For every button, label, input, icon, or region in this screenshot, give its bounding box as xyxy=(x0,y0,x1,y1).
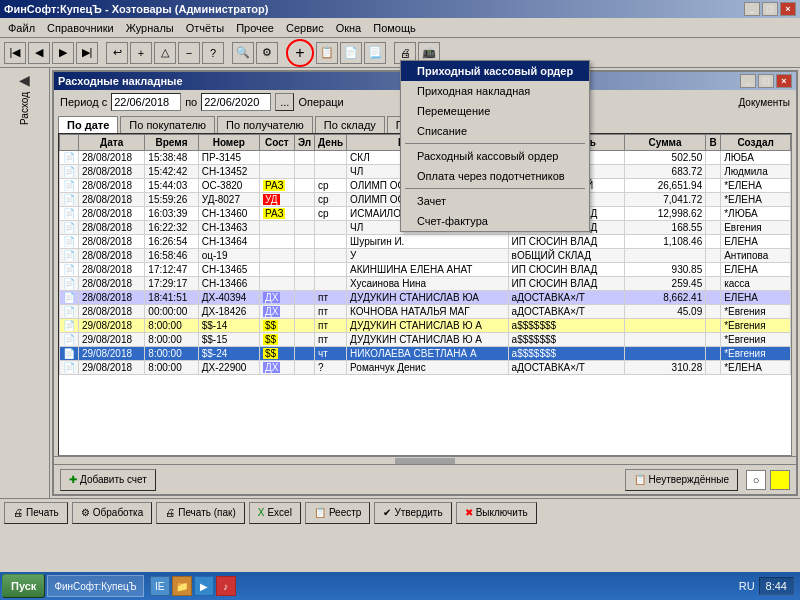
col-number[interactable]: Номер xyxy=(198,135,259,151)
menu-windows[interactable]: Окна xyxy=(330,20,368,36)
row-sost: ДХ xyxy=(259,291,294,305)
start-button[interactable]: Пуск xyxy=(2,574,45,598)
search-btn[interactable]: 🔍 xyxy=(232,42,254,64)
shutdown-btn[interactable]: ✖ Выключить xyxy=(456,502,537,524)
inner-close[interactable]: × xyxy=(776,74,792,88)
nav-next-btn[interactable]: ▶ xyxy=(52,42,74,64)
col-el[interactable]: Эл xyxy=(294,135,314,151)
row-sost: РАЗ xyxy=(259,207,294,221)
table-row[interactable]: 📄28/08/201800:00:00ДХ-18426ДХптКОЧНОВА Н… xyxy=(60,305,791,319)
process-icon: ⚙ xyxy=(81,507,90,518)
taskbar-icon-1[interactable]: IE xyxy=(150,576,170,596)
dropdown-item-1[interactable]: Приходная накладная xyxy=(401,81,589,101)
dropdown-item-3[interactable]: Списание xyxy=(401,121,589,141)
dropdown-item-6[interactable]: Зачет xyxy=(401,191,589,211)
table-row[interactable]: 📄28/08/201818:41:51ДХ-40394ДХптДУДУКИН С… xyxy=(60,291,791,305)
new-doc-btn[interactable]: + xyxy=(286,39,314,67)
col-created[interactable]: Создал xyxy=(721,135,791,151)
maximize-btn[interactable]: □ xyxy=(762,2,778,16)
nav-first-btn[interactable]: |◀ xyxy=(4,42,26,64)
menu-other[interactable]: Прочее xyxy=(230,20,280,36)
table-row[interactable]: 📄28/08/201817:12:47СН-13465АКИНШИНА ЕЛЕН… xyxy=(60,263,791,277)
filter-btn[interactable]: ⚙ xyxy=(256,42,278,64)
period-to-label: по xyxy=(185,96,197,108)
print-status-btn[interactable]: 🖨 Печать xyxy=(4,502,68,524)
add-account-btn[interactable]: ✚ Добавить счет xyxy=(60,469,156,491)
taskbar-right: RU 8:44 xyxy=(739,577,798,595)
copy-btn[interactable]: 📄 xyxy=(340,42,362,64)
edit-btn[interactable]: △ xyxy=(154,42,176,64)
unconfirmed-btn[interactable]: 📋 Неутверждённые xyxy=(625,469,738,491)
undo-btn[interactable]: ↩ xyxy=(106,42,128,64)
delete-btn[interactable]: − xyxy=(178,42,200,64)
row-sost: ДХ xyxy=(259,305,294,319)
menu-journals[interactable]: Журналы xyxy=(120,20,180,36)
indicator-yellow xyxy=(770,470,790,490)
col-sum[interactable]: Сумма xyxy=(624,135,705,151)
dropdown-item-2[interactable]: Перемещение xyxy=(401,101,589,121)
period-select-btn[interactable]: ... xyxy=(275,93,294,111)
add-btn[interactable]: + xyxy=(130,42,152,64)
dropdown-item-0[interactable]: Приходный кассовый ордер xyxy=(401,61,589,81)
doc-type-btn[interactable]: 📋 xyxy=(316,42,338,64)
confirm-icon: ✔ xyxy=(383,507,391,518)
tab-buyer[interactable]: По покупателю xyxy=(120,116,215,133)
table-row[interactable]: 📄29/08/20188:00:00$$-14$$птДУДУКИН СТАНИ… xyxy=(60,319,791,333)
table-row[interactable]: 📄28/08/201816:26:54СН-13464Шурыгин И.ИП … xyxy=(60,235,791,249)
menu-file[interactable]: Файл xyxy=(2,20,41,36)
dropdown-item-5[interactable]: Оплата через подотчетников xyxy=(401,166,589,186)
registry-icon: 📋 xyxy=(314,507,326,518)
paste-btn[interactable]: 📃 xyxy=(364,42,386,64)
dropdown-item-4[interactable]: Расходный кассовый ордер xyxy=(401,146,589,166)
sidebar: ◀ Расход xyxy=(0,68,50,498)
help-btn[interactable]: ? xyxy=(202,42,224,64)
table-row[interactable]: 📄28/08/201816:58:46оц-19УвОБЩИЙ СКЛАДАнт… xyxy=(60,249,791,263)
col-sost[interactable]: Сост xyxy=(259,135,294,151)
dropdown-item-7[interactable]: Счет-фактура xyxy=(401,211,589,231)
close-btn[interactable]: × xyxy=(780,2,796,16)
shutdown-icon: ✖ xyxy=(465,507,473,518)
tab-warehouse[interactable]: По складу xyxy=(315,116,385,133)
table-row[interactable]: 📄29/08/20188:00:00$$-24$$чтНИКОЛАЕВА СВЕ… xyxy=(60,347,791,361)
registry-btn[interactable]: 📋 Реестр xyxy=(305,502,371,524)
inner-title-buttons[interactable]: _ □ × xyxy=(740,74,792,88)
period-label: Период с xyxy=(60,96,107,108)
print-pack-btn[interactable]: 🖨 Печать (пак) xyxy=(156,502,245,524)
row-icon: 📄 xyxy=(60,347,79,361)
row-sost: РАЗ xyxy=(259,179,294,193)
row-icon: 📄 xyxy=(60,221,79,235)
menu-reference[interactable]: Справочники xyxy=(41,20,120,36)
sidebar-toggle[interactable]: ◀ xyxy=(19,72,30,88)
confirm-btn[interactable]: ✔ Утвердить xyxy=(374,502,451,524)
inner-minimize[interactable]: _ xyxy=(740,74,756,88)
horizontal-scrollbar[interactable] xyxy=(54,456,796,464)
table-row[interactable]: 📄29/08/20188:00:00$$-15$$птДУДУКИН СТАНИ… xyxy=(60,333,791,347)
tab-recipient[interactable]: По получателю xyxy=(217,116,313,133)
nav-prev-btn[interactable]: ◀ xyxy=(28,42,50,64)
row-sost xyxy=(259,249,294,263)
menu-help[interactable]: Помощь xyxy=(367,20,422,36)
col-date[interactable]: Дата xyxy=(79,135,145,151)
taskbar-icon-4[interactable]: ♪ xyxy=(216,576,236,596)
col-den[interactable]: День xyxy=(315,135,347,151)
period-to-input[interactable] xyxy=(201,93,271,111)
operacii-label: Операци xyxy=(298,96,343,108)
nav-last-btn[interactable]: ▶| xyxy=(76,42,98,64)
taskbar-icon-3[interactable]: ▶ xyxy=(194,576,214,596)
table-row[interactable]: 📄29/08/20188:00:00ДХ-22900ДХ?Романчук Де… xyxy=(60,361,791,375)
col-v[interactable]: В xyxy=(706,135,721,151)
col-time[interactable]: Время xyxy=(145,135,198,151)
process-btn[interactable]: ⚙ Обработка xyxy=(72,502,152,524)
row-sost: УД xyxy=(259,193,294,207)
tab-date[interactable]: По дате xyxy=(58,116,118,133)
taskbar-icon-2[interactable]: 📁 xyxy=(172,576,192,596)
excel-btn[interactable]: X Excel xyxy=(249,502,301,524)
period-from-input[interactable] xyxy=(111,93,181,111)
inner-maximize[interactable]: □ xyxy=(758,74,774,88)
menu-service[interactable]: Сервис xyxy=(280,20,330,36)
title-bar-buttons[interactable]: _ □ × xyxy=(744,2,796,16)
table-row[interactable]: 📄28/08/201817:29:17СН-13466Хусаинова Нин… xyxy=(60,277,791,291)
minimize-btn[interactable]: _ xyxy=(744,2,760,16)
taskbar-app-item[interactable]: ФинСофт:КупецЪ xyxy=(47,575,143,597)
menu-reports[interactable]: Отчёты xyxy=(180,20,230,36)
